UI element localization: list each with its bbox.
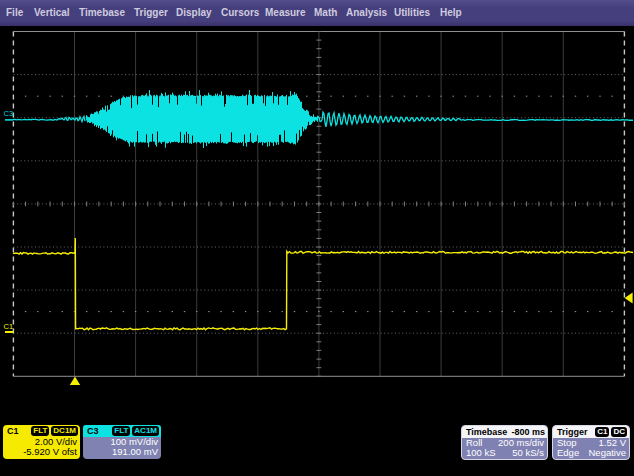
- svg-text:C3: C3: [4, 109, 14, 118]
- svg-text:C1: C1: [4, 322, 14, 331]
